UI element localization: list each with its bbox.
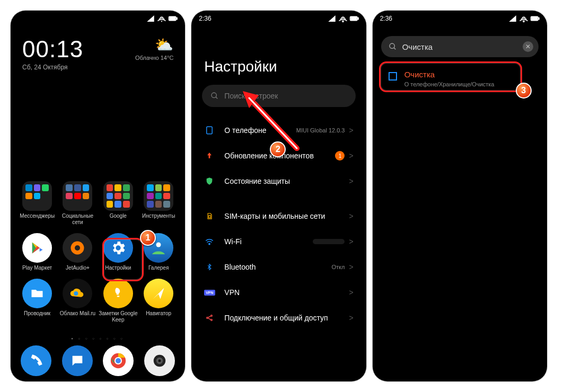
settings-connection-sharing[interactable]: Подключение и общий доступ — [191, 305, 366, 331]
svg-rect-20 — [209, 216, 211, 218]
update-icon — [204, 150, 215, 161]
app-jetaudio[interactable]: JetAudio+ — [57, 233, 98, 271]
weather-text: Облачно 14°C — [135, 55, 173, 61]
search-placeholder: Поиск настроек — [224, 92, 278, 100]
svg-point-22 — [207, 317, 208, 319]
badge-count: 1 — [335, 151, 345, 161]
svg-point-13 — [158, 360, 161, 362]
share-icon — [204, 313, 215, 323]
settings-about-phone[interactable]: О телефоне MIUI Global 12.0.3 — [191, 118, 366, 143]
clock-date: Сб, 24 Октября — [22, 64, 83, 71]
phone-icon — [21, 345, 51, 376]
navigator-icon — [144, 279, 173, 308]
chevron-right-icon — [349, 314, 353, 322]
svg-point-7 — [74, 291, 78, 296]
app-mailru-cloud[interactable]: Облако Mail.ru — [57, 279, 98, 323]
search-query: Очистка — [402, 42, 517, 51]
phone-settings-screen: 2:36 Настройки Поиск настроек О телефоне… — [191, 11, 366, 381]
clock-widget[interactable]: 00:13 Сб, 24 Октября — [22, 36, 83, 71]
vpn-icon: VPN — [204, 287, 215, 298]
wifi-icon — [204, 236, 215, 247]
app-google-keep[interactable]: Заметки Google Keep — [98, 279, 138, 323]
app-file-explorer[interactable]: Проводник — [17, 279, 57, 323]
settings-bluetooth[interactable]: Bluetooth Откл — [191, 254, 366, 280]
dock-messages[interactable] — [62, 345, 93, 376]
settings-wifi[interactable]: Wi-Fi — [191, 229, 366, 254]
cloud-icon — [63, 279, 92, 308]
status-icons — [146, 14, 178, 23]
dock-chrome[interactable] — [103, 345, 134, 376]
svg-point-0 — [161, 21, 162, 22]
folder-tools[interactable]: Инструменты — [138, 181, 179, 226]
search-icon — [210, 92, 219, 100]
settings-vpn[interactable]: VPN VPN — [191, 280, 366, 305]
chevron-right-icon — [349, 237, 353, 246]
svg-point-6 — [156, 242, 161, 247]
svg-point-24 — [211, 319, 213, 321]
settings-security-status[interactable]: Состояние защиты — [191, 168, 366, 194]
svg-rect-19 — [207, 127, 213, 134]
messages-icon — [62, 345, 93, 376]
chevron-right-icon — [349, 152, 353, 160]
svg-point-10 — [116, 358, 121, 363]
svg-point-21 — [209, 243, 210, 244]
clear-search-icon[interactable]: ✕ — [523, 41, 533, 52]
clock-time: 00:13 — [22, 36, 83, 63]
page-title: Настройки — [191, 26, 366, 85]
svg-point-23 — [211, 315, 213, 317]
svg-point-14 — [342, 21, 343, 22]
chevron-right-icon — [349, 288, 353, 297]
svg-point-5 — [75, 245, 80, 251]
status-time: 2:36 — [380, 15, 392, 22]
status-icons — [327, 14, 359, 23]
svg-point-25 — [523, 21, 524, 22]
status-time: 2:36 — [199, 15, 211, 22]
chevron-right-icon — [349, 263, 353, 271]
phone-search-results: 2:36 Очистка ✕ Очистка О телефоне/Хранил… — [373, 11, 547, 381]
callout-badge-3: 3 — [516, 83, 532, 99]
about-icon — [204, 125, 215, 136]
status-bar: 2:36 — [373, 11, 547, 26]
dock-phone[interactable] — [21, 345, 51, 376]
wifi-value-redacted — [313, 239, 345, 244]
callout-highlight-1 — [102, 238, 144, 281]
svg-rect-27 — [539, 18, 540, 20]
chevron-right-icon — [349, 212, 353, 220]
svg-rect-17 — [351, 17, 357, 20]
shield-icon — [204, 176, 215, 186]
callout-badge-1: 1 — [140, 230, 156, 246]
folder-icon — [22, 279, 52, 308]
app-navigator[interactable]: Навигатор — [138, 279, 179, 323]
jetaudio-icon — [63, 233, 92, 263]
folder-social[interactable]: Социальные сети — [57, 181, 98, 226]
weather-icon: ⛅ — [135, 36, 173, 54]
bluetooth-icon — [204, 262, 215, 272]
status-bar — [11, 11, 185, 26]
about-value: MIUI Global 12.0.3 — [296, 127, 345, 133]
svg-point-29 — [390, 43, 394, 48]
search-input[interactable]: Поиск настроек — [202, 85, 355, 107]
svg-point-18 — [212, 93, 216, 97]
svg-rect-16 — [357, 18, 358, 20]
status-bar: 2:36 — [191, 11, 366, 26]
phone-home-screen: 00:13 Сб, 24 Октября ⛅ Облачно 14°C Месс… — [11, 11, 185, 381]
sim-icon — [204, 211, 215, 221]
status-icons — [508, 14, 540, 23]
callout-highlight-3 — [379, 61, 522, 92]
dock-camera[interactable] — [144, 345, 175, 376]
search-icon — [389, 42, 397, 51]
app-play-store[interactable]: Play Маркет — [17, 233, 57, 271]
dock — [11, 345, 185, 376]
chevron-right-icon — [349, 177, 353, 185]
weather-widget[interactable]: ⛅ Облачно 14°C — [135, 36, 173, 71]
play-store-icon — [22, 233, 52, 263]
bluetooth-value: Откл — [332, 264, 345, 270]
folder-messengers[interactable]: Мессенджеры — [17, 181, 57, 226]
chevron-right-icon — [349, 126, 353, 135]
search-input-filled[interactable]: Очистка ✕ — [381, 36, 539, 57]
camera-icon — [144, 345, 175, 376]
svg-rect-3 — [170, 17, 175, 20]
page-indicator: ● ○ ○ ○ ○ ○ ○ ○ — [11, 337, 185, 340]
settings-sim-mobile[interactable]: SIM-карты и мобильные сети — [191, 203, 366, 229]
folder-google[interactable]: Google — [98, 181, 138, 226]
